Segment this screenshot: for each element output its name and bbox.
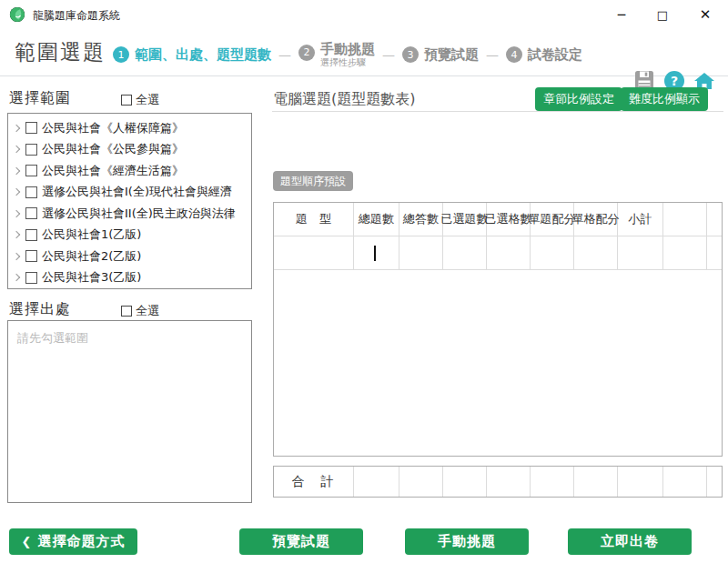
step-3-label: 預覽試題	[424, 46, 479, 64]
col-empty	[663, 203, 707, 236]
range-tree: 公民與社會《人權保障篇》 公民與社會《公民參與篇》 公民與社會《經濟生活篇》 選…	[7, 113, 252, 289]
item-label: 公民與社會2(乙版)	[42, 248, 141, 265]
chapter-ratio-button[interactable]: 章節比例設定	[535, 87, 622, 111]
expand-chevron-icon[interactable]	[13, 274, 20, 281]
expand-chevron-icon[interactable]	[13, 253, 20, 260]
item-checkbox[interactable]	[25, 272, 37, 284]
total-answers-cell[interactable]	[399, 236, 443, 270]
empty-cell	[707, 467, 722, 497]
col-empty-narrow	[707, 203, 722, 236]
expand-chevron-icon[interactable]	[13, 231, 20, 238]
source-placeholder: 請先勾選範圍	[8, 321, 251, 356]
preview-questions-button[interactable]: 預覽試題	[239, 528, 363, 555]
step-1-range[interactable]: 1 範圍、出處、題型題數	[113, 46, 271, 64]
subtotal-cell[interactable]	[618, 236, 663, 270]
item-checkbox[interactable]	[25, 186, 37, 198]
step-3-number: 3	[402, 46, 419, 63]
empty-cell	[707, 236, 722, 270]
generate-paper-button[interactable]: 立即出卷	[568, 528, 692, 555]
step-4-paper-settings[interactable]: 4 試卷設定	[506, 46, 582, 64]
col-selected-cells: 已選格數	[487, 203, 531, 236]
item-label: 公民與社會《公民參與篇》	[42, 141, 184, 157]
col-question-type: 題 型	[274, 203, 354, 236]
wizard-steps: 1 範圍、出處、題型題數 — 2 手動挑題 選擇性步驟 — 3 預覽試題 — 4…	[113, 35, 582, 75]
expand-chevron-icon[interactable]	[13, 125, 20, 132]
item-label: 選修公民與社會II(全)民主政治與法律	[42, 206, 236, 222]
selected-cells-cell[interactable]	[487, 236, 531, 270]
expand-chevron-icon[interactable]	[13, 210, 20, 217]
expand-chevron-icon[interactable]	[13, 188, 20, 196]
item-label: 選修公民與社會I(全)現代社會與經濟	[42, 184, 232, 200]
total-questions-input[interactable]	[354, 236, 399, 270]
back-button-label: 選擇命題方式	[37, 533, 125, 550]
step-1-label: 範圍、出處、題型題數	[135, 46, 271, 64]
range-panel-title: 選擇範圍	[9, 89, 71, 108]
main-panel-title: 電腦選題(題型題數表)	[273, 90, 415, 109]
total-questions-sum	[354, 467, 399, 497]
close-button[interactable]: ✕	[690, 0, 721, 29]
item-checkbox[interactable]	[25, 144, 37, 156]
item-label: 公民與社會《經濟生活篇》	[42, 163, 184, 179]
col-selected-questions: 已選題數	[443, 203, 487, 236]
source-select-all-checkbox[interactable]	[121, 306, 132, 317]
col-points-per-question: 單題配分	[531, 203, 574, 236]
selected-cells-sum	[487, 467, 531, 497]
minimize-button[interactable]: ─	[606, 0, 637, 29]
table-header-row: 題 型 總題數 總答數 已選題數 已選格數 單題配分 單格配分 小計	[274, 203, 722, 236]
back-to-method-button[interactable]: ❮ 選擇命題方式	[9, 528, 137, 555]
range-tree-item[interactable]: 公民與社會《公民參與篇》	[8, 139, 251, 161]
range-select-all-checkbox[interactable]	[121, 95, 132, 106]
col-total-questions: 總題數	[354, 203, 399, 236]
step-separator: —	[278, 47, 292, 62]
step-2-sublabel: 選擇性步驟	[320, 57, 375, 68]
step-2-number: 2	[298, 45, 315, 61]
type-cell[interactable]	[274, 236, 354, 270]
step-4-label: 試卷設定	[528, 46, 582, 64]
difficulty-ratio-button[interactable]: 難度比例顯示	[621, 87, 708, 111]
range-tree-item[interactable]: 公民與社會3(乙版)	[8, 267, 251, 289]
range-tree-item[interactable]: 公民與社會1(乙版)	[8, 225, 251, 246]
app-logo-icon	[9, 6, 25, 23]
expand-chevron-icon[interactable]	[13, 146, 20, 153]
points-per-question-cell[interactable]	[531, 236, 574, 270]
range-select-all[interactable]: 全選	[121, 92, 159, 108]
range-tree-item[interactable]: 公民與社會《經濟生活篇》	[8, 160, 251, 182]
col-points-per-cell: 單格配分	[574, 203, 618, 236]
text-cursor	[374, 246, 376, 261]
item-checkbox[interactable]	[25, 250, 37, 262]
maximize-button[interactable]: □	[647, 0, 678, 29]
selected-questions-cell[interactable]	[443, 236, 487, 270]
item-checkbox[interactable]	[25, 229, 37, 241]
item-checkbox[interactable]	[25, 122, 37, 134]
total-label: 合 計	[274, 467, 354, 497]
range-tree-item[interactable]: 公民與社會《人權保障篇》	[8, 117, 251, 139]
wizard-header: 範圍選題 1 範圍、出處、題型題數 — 2 手動挑題 選擇性步驟 — 3 預覽試…	[0, 29, 728, 76]
step-3-preview[interactable]: 3 預覽試題	[402, 46, 479, 64]
total-row: 合 計	[273, 466, 723, 498]
source-select-all[interactable]: 全選	[121, 303, 159, 319]
range-tree-item[interactable]: 選修公民與社會II(全)民主政治與法律	[8, 203, 251, 225]
step-2-label: 手動挑題	[320, 42, 375, 57]
range-tree-item[interactable]: 公民與社會2(乙版)	[8, 246, 251, 267]
step-separator: —	[381, 47, 396, 62]
main-divider	[272, 111, 723, 112]
subtotal-sum	[618, 467, 663, 497]
points-per-cell-cell[interactable]	[574, 236, 618, 270]
step-2-manual-pick[interactable]: 2 手動挑題 選擇性步驟	[298, 42, 375, 68]
item-label: 公民與社會3(乙版)	[42, 269, 141, 286]
app-window: 龍騰題庫命題系統 ─ □ ✕ 範圍選題 1 範圍、出處、題型題數 — 2 手動挑…	[0, 0, 728, 563]
manual-pick-button[interactable]: 手動挑題	[405, 528, 529, 555]
range-select-all-label: 全選	[136, 92, 159, 108]
item-label: 公民與社會《人權保障篇》	[42, 120, 184, 136]
total-answers-sum	[399, 467, 443, 497]
page-title: 範圍選題	[15, 38, 106, 66]
col-subtotal: 小計	[618, 203, 663, 236]
source-list: 請先勾選範圍	[7, 320, 252, 503]
window-title: 龍騰題庫命題系統	[33, 8, 120, 24]
table-input-row	[274, 236, 722, 270]
range-tree-item[interactable]: 選修公民與社會I(全)現代社會與經濟	[8, 182, 251, 204]
col-total-answers: 總答數	[399, 203, 443, 236]
item-checkbox[interactable]	[25, 165, 37, 176]
expand-chevron-icon[interactable]	[13, 167, 20, 175]
item-checkbox[interactable]	[25, 207, 37, 219]
